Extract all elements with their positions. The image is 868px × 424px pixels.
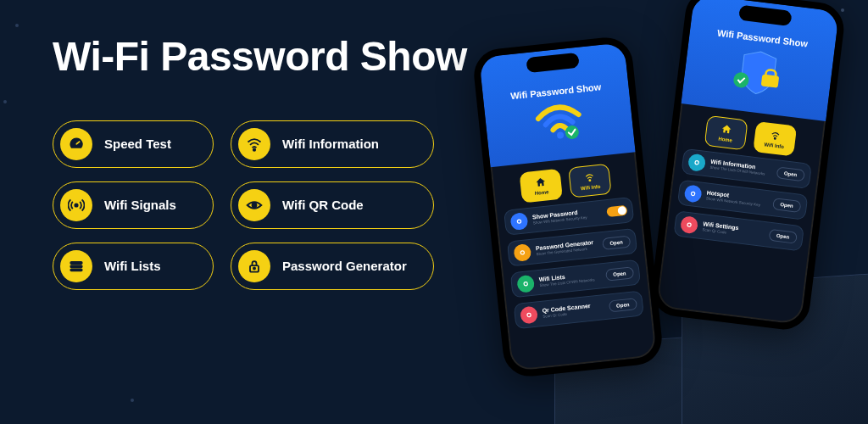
row-icon [520,306,538,325]
wifi-icon [238,128,270,160]
svg-point-4 [253,203,257,207]
open-button[interactable]: Open [768,229,798,244]
lock-icon [238,250,270,282]
open-button[interactable]: Open [772,198,802,213]
feature-pill-signal: Wifi Signals [53,181,214,229]
svg-point-22 [691,192,695,196]
row-icon [680,215,698,234]
toggle-switch[interactable] [606,205,627,217]
shield-hero-icon [726,45,791,103]
svg-point-12 [589,180,591,181]
svg-point-13 [517,220,521,224]
feature-grid: Speed TestWifi InformationWifi SignalsWi… [53,120,493,290]
svg-point-9 [253,267,255,269]
svg-point-16 [527,313,531,317]
svg-point-20 [774,137,776,139]
svg-point-10 [557,131,565,139]
feature-label: Wifi QR Code [282,198,364,212]
row-icon [513,243,531,262]
svg-point-23 [687,223,692,227]
open-button[interactable]: Open [776,166,805,181]
tab-home[interactable]: Home [519,169,563,204]
tab-wifi-info[interactable]: Wifi Info [753,121,797,157]
svg-point-14 [520,251,525,255]
signal-icon [60,189,92,221]
svg-point-21 [695,160,699,165]
eye-icon [238,189,270,221]
feature-label: Wifi Lists [104,259,161,273]
row-icon [509,212,528,231]
feature-pill-list: Wifi Lists [53,243,214,290]
svg-point-3 [75,204,77,206]
phone-mockup-left: Wifi Password Show HomeWifi Info Show Pa… [471,35,665,379]
row-icon [516,275,535,293]
feature-pill-gauge: Speed Test [53,120,214,168]
svg-rect-7 [70,269,81,271]
feature-label: Speed Test [104,137,171,151]
feature-label: Password Generator [282,259,407,273]
open-button[interactable]: Open [608,298,637,312]
feature-label: Wifi Information [282,137,379,151]
svg-rect-6 [70,265,81,267]
open-button[interactable]: Open [602,236,632,250]
open-button[interactable]: Open [605,266,635,281]
feature-pill-lock: Password Generator [231,243,434,290]
wifi-hero-icon [531,99,586,143]
gauge-icon [60,128,92,160]
svg-point-2 [253,148,255,150]
svg-rect-5 [70,262,81,264]
list-item[interactable]: Qr Code ScannerScan Qr CodeOpen [514,290,644,329]
tab-wifi-info[interactable]: Wifi Info [568,164,612,198]
feature-label: Wifi Signals [104,198,176,212]
feature-pill-wifi: Wifi Information [231,120,434,168]
list-icon [60,250,92,282]
row-icon [683,184,702,203]
app-header-title: Wifi Password Show [716,28,808,49]
app-header-title: Wifi Password Show [510,81,602,101]
page-title: Wi-Fi Password Show [53,34,493,80]
svg-point-15 [524,282,528,286]
row-icon [687,153,706,172]
feature-pill-eye: Wifi QR Code [231,181,434,229]
tab-home[interactable]: Home [704,115,748,151]
